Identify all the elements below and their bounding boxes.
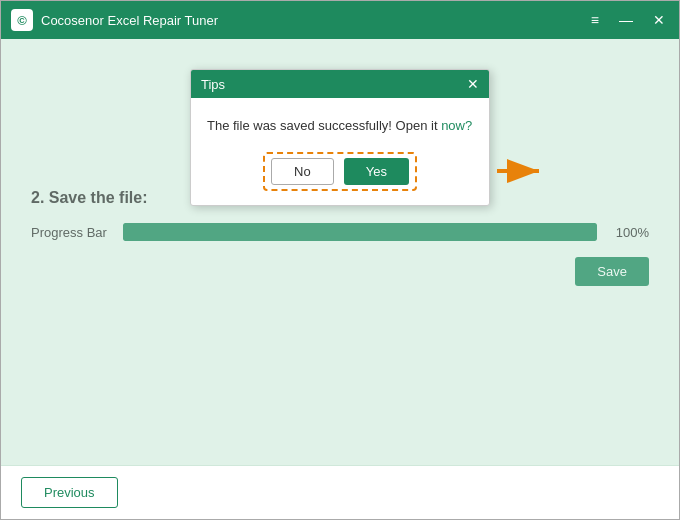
main-content: E → ✓ [1, 39, 679, 465]
no-button[interactable]: No [271, 158, 334, 185]
modal-footer: No Yes [191, 146, 489, 205]
close-window-button[interactable]: ✕ [649, 11, 669, 29]
main-window: © Cocosenor Excel Repair Tuner ≡ — ✕ E [0, 0, 680, 520]
modal-title: Tips [201, 77, 225, 92]
tips-dialog: Tips ✕ The file was saved successfully! … [190, 69, 490, 206]
modal-titlebar: Tips ✕ [191, 70, 489, 98]
previous-button[interactable]: Previous [21, 477, 118, 508]
button-group-dashed: No Yes [263, 152, 417, 191]
titlebar: © Cocosenor Excel Repair Tuner ≡ — ✕ [1, 1, 679, 39]
yes-button[interactable]: Yes [344, 158, 409, 185]
window-controls: ≡ — ✕ [587, 11, 669, 29]
modal-message-part1: The file was saved successfully! Open it [207, 118, 438, 133]
bottom-bar: Previous [1, 465, 679, 519]
modal-overlay: Tips ✕ The file was saved successfully! … [1, 39, 679, 465]
menu-button[interactable]: ≡ [587, 11, 603, 29]
modal-body: The file was saved successfully! Open it… [191, 98, 489, 146]
app-title: Cocosenor Excel Repair Tuner [41, 13, 587, 28]
minimize-button[interactable]: — [615, 11, 637, 29]
app-icon: © [11, 9, 33, 31]
modal-message-part2: now? [441, 118, 472, 133]
arrow-pointer [495, 157, 545, 189]
modal-close-button[interactable]: ✕ [467, 76, 479, 92]
